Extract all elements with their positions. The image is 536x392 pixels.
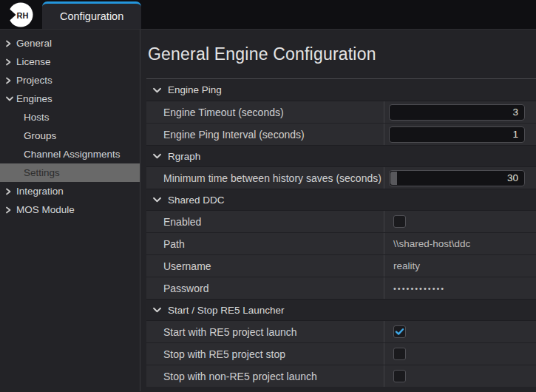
tab-configuration[interactable]: Configuration	[42, 1, 141, 29]
section-title: Engine Ping	[168, 84, 222, 95]
content-area: General Engine Configuration Engine Ping…	[140, 30, 536, 391]
sidebar-nav: General License Projects Engines Hosts G…	[0, 30, 140, 391]
config-row: Password ••••••••••••	[146, 277, 536, 299]
slider-grip[interactable]	[390, 172, 397, 185]
sidebar-item-label: Settings	[24, 167, 60, 178]
sidebar-item-groups[interactable]: Groups	[0, 126, 140, 145]
sidebar-item-label: MOS Module	[16, 204, 75, 215]
sidebar-item-integration[interactable]: Integration	[0, 182, 140, 200]
top-bar: RH Configuration	[0, 0, 536, 30]
config-row: Stop with RE5 project stop	[146, 342, 536, 365]
reality-hub-logo[interactable]: RH	[8, 2, 33, 27]
sidebar-item-label: Hosts	[24, 112, 50, 123]
app-body: General License Projects Engines Hosts G…	[0, 30, 536, 391]
text-value[interactable]: reality	[384, 260, 420, 271]
row-label: Stop with non-RE5 project launch	[146, 365, 384, 387]
section-header[interactable]: Shared DDC	[146, 189, 536, 210]
chevron-right-icon	[5, 58, 16, 67]
row-value-cell	[384, 365, 536, 387]
checkbox-unchecked[interactable]	[393, 215, 406, 228]
config-row: Path \\shared-host\ddc	[146, 232, 536, 254]
row-value-cell	[384, 321, 536, 342]
section-title: Start / Stop RE5 Launcher	[168, 305, 285, 316]
sidebar-item-settings[interactable]: Settings	[0, 163, 140, 182]
row-label: Engine Timeout (seconds)	[146, 101, 384, 123]
sidebar-item-mos-module[interactable]: MOS Module	[0, 200, 140, 219]
config-row: Minimum time between history saves (seco…	[146, 166, 536, 189]
input-value: 1	[512, 129, 518, 140]
row-value-cell: 1	[384, 124, 536, 145]
number-input[interactable]: 30	[389, 170, 525, 186]
text-value[interactable]: \\shared-host\ddc	[384, 238, 470, 249]
sidebar-item-general[interactable]: General	[0, 34, 140, 53]
sidebar-item-label: Engines	[16, 93, 52, 104]
config-row: Username reality	[146, 254, 536, 277]
number-input[interactable]: 3	[389, 104, 525, 121]
logo-text: RH	[17, 10, 29, 19]
sidebar-item-projects[interactable]: Projects	[0, 71, 140, 89]
row-label: Username	[146, 255, 384, 277]
checkbox-unchecked[interactable]	[393, 370, 406, 382]
config-row: Engine Ping Interval (seconds) 1	[146, 123, 536, 145]
input-value: 3	[512, 107, 518, 118]
sidebar-item-hosts[interactable]: Hosts	[0, 108, 140, 126]
page-title: General Engine Configuration	[148, 43, 536, 65]
row-value-cell: ••••••••••••	[384, 277, 536, 299]
row-value-cell	[384, 211, 536, 232]
sidebar-item-label: Groups	[24, 130, 56, 141]
sidebar-item-label: Channel Assignments	[24, 149, 121, 160]
checkbox-unchecked[interactable]	[393, 348, 406, 360]
section-header[interactable]: Start / Stop RE5 Launcher	[146, 299, 536, 320]
chevron-down-icon	[152, 306, 162, 314]
input-value: 30	[507, 172, 518, 183]
section-title: Shared DDC	[168, 195, 225, 206]
chevron-right-icon	[5, 76, 16, 85]
sidebar-item-license[interactable]: License	[0, 53, 140, 71]
section-title: Rgraph	[168, 151, 200, 162]
section-header[interactable]: Engine Ping	[146, 79, 536, 101]
row-value-cell: reality	[384, 255, 536, 277]
row-label: Password	[146, 277, 384, 299]
config-row: Enabled	[146, 210, 536, 232]
reality-hub-logo-icon: RH	[8, 2, 33, 27]
sidebar-item-label: General	[16, 38, 52, 49]
row-label: Path	[146, 233, 384, 254]
row-label: Start with RE5 project launch	[146, 321, 384, 342]
row-value-cell: \\shared-host\ddc	[384, 233, 536, 254]
chevron-right-icon	[5, 206, 16, 214]
sidebar-item-label: License	[16, 56, 51, 67]
password-value[interactable]: ••••••••••••	[384, 284, 445, 293]
sidebar-item-label: Integration	[16, 186, 64, 197]
chevron-down-icon	[152, 87, 162, 94]
config-table: Engine Ping Engine Timeout (seconds) 3 E…	[146, 78, 536, 387]
checkbox-checked[interactable]	[393, 325, 406, 338]
chevron-right-icon	[5, 39, 16, 48]
row-value-cell: 3	[384, 101, 536, 123]
row-value-cell: 30	[384, 167, 536, 189]
section-header[interactable]: Rgraph	[146, 145, 536, 166]
check-icon	[395, 328, 404, 336]
number-input[interactable]: 1	[389, 126, 525, 143]
chevron-right-icon	[5, 187, 16, 196]
chevron-down-icon	[152, 152, 162, 160]
tab-label: Configuration	[60, 10, 123, 22]
row-label: Engine Ping Interval (seconds)	[146, 124, 384, 145]
chevron-down-icon	[152, 196, 162, 203]
sidebar-item-label: Projects	[16, 75, 52, 86]
sidebar-item-channel-assignments[interactable]: Channel Assignments	[0, 145, 140, 163]
row-label: Minimum time between history saves (seco…	[146, 167, 384, 189]
config-row: Start with RE5 project launch	[146, 320, 536, 342]
row-value-cell	[384, 343, 536, 365]
sidebar-item-engines[interactable]: Engines	[0, 89, 140, 108]
config-row: Stop with non-RE5 project launch	[146, 365, 536, 387]
config-row: Engine Timeout (seconds) 3	[146, 101, 536, 123]
chevron-down-icon	[5, 95, 16, 102]
row-label: Enabled	[146, 211, 384, 232]
row-label: Stop with RE5 project stop	[146, 343, 384, 365]
